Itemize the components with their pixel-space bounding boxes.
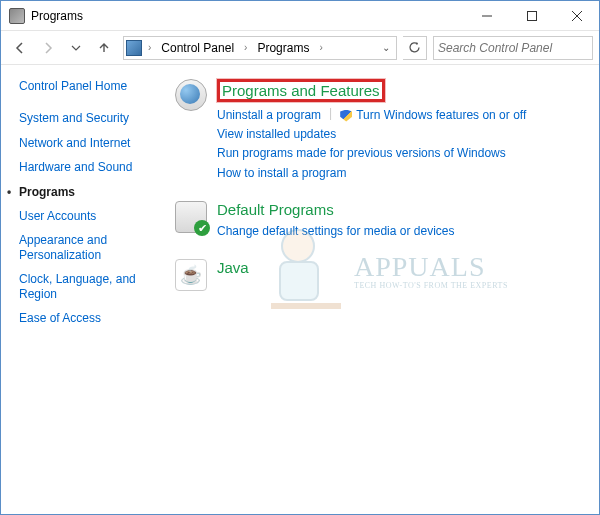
programs-features-heading[interactable]: Programs and Features	[217, 79, 385, 102]
search-box[interactable]	[433, 36, 593, 60]
link-compatibility[interactable]: Run programs made for previous versions …	[217, 144, 506, 163]
svg-rect-0	[527, 11, 536, 20]
link-windows-features-label: Turn Windows features on or off	[356, 106, 526, 125]
search-input[interactable]	[438, 41, 588, 55]
forward-button[interactable]	[35, 35, 61, 61]
shield-icon	[340, 110, 352, 122]
address-dropdown-button[interactable]: ⌄	[378, 42, 394, 53]
chevron-right-icon: ›	[242, 42, 249, 53]
address-bar[interactable]: › Control Panel › Programs › ⌄	[123, 36, 397, 60]
programs-features-icon	[175, 79, 207, 111]
section-programs-features: Programs and Features Uninstall a progra…	[175, 79, 585, 183]
default-programs-heading[interactable]: Default Programs	[217, 201, 585, 218]
sidebar-item-home[interactable]: Control Panel Home	[19, 79, 163, 93]
link-uninstall-program[interactable]: Uninstall a program	[217, 106, 321, 125]
default-programs-icon	[175, 201, 207, 233]
sidebar-item-clock-language[interactable]: Clock, Language, and Region	[19, 272, 163, 301]
recent-locations-button[interactable]	[63, 35, 89, 61]
sidebar-item-ease-of-access[interactable]: Ease of Access	[19, 311, 163, 325]
sidebar-item-user-accounts[interactable]: User Accounts	[19, 209, 163, 223]
window-title: Programs	[31, 9, 83, 23]
java-icon	[175, 259, 207, 291]
link-change-defaults[interactable]: Change default settings for media or dev…	[217, 222, 454, 241]
navbar: › Control Panel › Programs › ⌄	[1, 31, 599, 65]
back-button[interactable]	[7, 35, 33, 61]
refresh-button[interactable]	[403, 36, 427, 60]
app-icon	[9, 8, 25, 24]
sidebar-item-programs[interactable]: Programs	[19, 185, 163, 199]
section-java: Java	[175, 259, 585, 291]
up-button[interactable]	[91, 35, 117, 61]
titlebar: Programs	[1, 1, 599, 31]
sidebar-item-system-security[interactable]: System and Security	[19, 111, 163, 125]
content: Programs and Features Uninstall a progra…	[171, 65, 599, 514]
sidebar: Control Panel Home System and Security N…	[1, 65, 171, 514]
window: Programs › Control Panel › Pr	[0, 0, 600, 515]
chevron-right-icon: ›	[317, 42, 324, 53]
maximize-button[interactable]	[509, 1, 554, 30]
sidebar-item-hardware-sound[interactable]: Hardware and Sound	[19, 160, 163, 174]
chevron-right-icon: ›	[146, 42, 153, 53]
breadcrumb-current[interactable]: Programs	[253, 41, 313, 55]
java-heading[interactable]: Java	[217, 259, 585, 276]
minimize-button[interactable]	[464, 1, 509, 30]
sidebar-item-network-internet[interactable]: Network and Internet	[19, 136, 163, 150]
breadcrumb-root[interactable]: Control Panel	[157, 41, 238, 55]
link-windows-features[interactable]: Turn Windows features on or off	[340, 106, 526, 125]
control-panel-icon	[126, 40, 142, 56]
body: Control Panel Home System and Security N…	[1, 65, 599, 514]
section-default-programs: Default Programs Change default settings…	[175, 201, 585, 241]
close-button[interactable]	[554, 1, 599, 30]
link-installed-updates[interactable]: View installed updates	[217, 125, 336, 144]
link-how-to-install[interactable]: How to install a program	[217, 164, 346, 183]
sidebar-item-appearance[interactable]: Appearance and Personalization	[19, 233, 163, 262]
